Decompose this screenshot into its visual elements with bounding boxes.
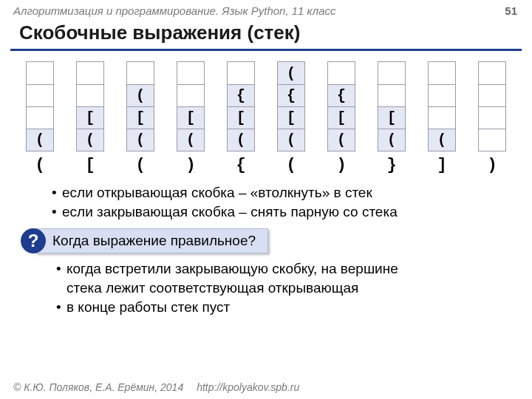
stack-column: [(} <box>373 61 410 174</box>
stack-cell: ( <box>378 129 405 151</box>
stack-cell <box>429 62 455 84</box>
stack-cell <box>177 62 204 84</box>
stack-cells: [( <box>76 61 104 151</box>
stack-cell <box>177 84 204 106</box>
stack-cell <box>479 84 505 106</box>
stack-column: ) <box>474 61 511 174</box>
stack-cell <box>479 62 505 84</box>
stack-cell: ( <box>328 129 355 151</box>
question-row: ? Когда выражение правильное? <box>21 228 532 253</box>
question-box: Когда выражение правильное? <box>35 228 268 253</box>
stack-cell <box>27 106 53 129</box>
stack-cell <box>429 106 455 129</box>
stack-column: ({[(( <box>273 61 310 174</box>
stack-cell: ( <box>127 129 154 151</box>
input-char: { <box>236 156 245 174</box>
stack-cell: ( <box>27 129 53 151</box>
stack-cell: ( <box>177 129 204 151</box>
stack-cell: { <box>328 84 355 106</box>
stack-cell: [ <box>77 106 103 129</box>
stack-cell <box>479 129 505 151</box>
title-rule <box>10 49 522 51</box>
stack-cell: ( <box>77 129 103 151</box>
stack-cell <box>328 62 355 84</box>
stack-cell: ( <box>127 84 154 106</box>
stack-cells: ([( <box>126 61 154 151</box>
stack-cell: ( <box>228 129 254 151</box>
stack-cell: [ <box>177 106 204 129</box>
answer-2: в конце работы стек пуст <box>66 298 230 317</box>
stack-cell <box>127 62 154 84</box>
course-title: Алгоритмизация и программирование. Язык … <box>13 4 336 17</box>
stack-cells <box>478 61 506 151</box>
stack-cell <box>77 62 103 84</box>
stack-column: {[({ <box>222 61 259 174</box>
input-char: ) <box>487 156 497 174</box>
input-char: ) <box>185 156 195 174</box>
stack-cell: [ <box>328 106 355 129</box>
stack-cell <box>27 62 53 84</box>
stack-cells: ({[( <box>277 61 305 151</box>
answers-list: • когда встретили закрывающую скобку, на… <box>56 259 510 316</box>
stack-cell: ( <box>278 62 304 84</box>
stacks-row: (([([([(([(){[({({[(({[()[(}(]) <box>0 61 532 174</box>
stack-cell <box>378 84 405 106</box>
stack-cell: { <box>278 84 304 106</box>
stack-column: [([ <box>72 61 109 174</box>
stack-cells: [( <box>378 61 406 151</box>
stack-cell: ( <box>278 129 304 151</box>
stack-cell: [ <box>228 106 254 129</box>
input-char: [ <box>85 156 95 174</box>
stack-cells: {[( <box>327 61 355 151</box>
stack-cell <box>77 84 103 106</box>
stack-cell <box>429 84 455 106</box>
slide-title: Скобочные выражения (стек) <box>0 18 532 49</box>
input-char: } <box>386 156 396 174</box>
stack-cell: [ <box>127 106 154 129</box>
footer-url: http://kpolyakov.spb.ru <box>197 381 299 393</box>
input-char: ) <box>336 156 346 174</box>
rule-1: если открывающая скобка – «втолкнуть» в … <box>62 183 372 202</box>
stack-cell: [ <box>278 106 304 129</box>
stack-cell <box>378 62 405 84</box>
stack-cells: ( <box>26 61 54 151</box>
stack-column: (] <box>423 61 460 174</box>
input-char: ( <box>35 156 44 174</box>
stack-cells: {[( <box>227 61 255 151</box>
course-header: Алгоритмизация и программирование. Язык … <box>0 0 532 18</box>
stack-column: (( <box>21 61 58 174</box>
rules-list: •если открывающая скобка – «втолкнуть» в… <box>52 183 510 221</box>
stack-cell: { <box>228 84 254 106</box>
answer-1: когда встретили закрывающую скобку, на в… <box>66 259 398 297</box>
stack-cell: [ <box>378 106 405 129</box>
stack-cell <box>27 84 53 106</box>
stack-cells: [( <box>177 61 205 151</box>
stack-column: [() <box>172 61 209 174</box>
stack-column: ([(( <box>122 61 159 174</box>
input-char: ( <box>135 156 145 174</box>
input-char: ] <box>437 156 446 174</box>
footer: © К.Ю. Поляков, Е.А. Ерёмин, 2014 http:/… <box>13 381 519 393</box>
copyright: © К.Ю. Поляков, Е.А. Ерёмин, 2014 <box>13 381 183 393</box>
input-char: ( <box>286 156 296 174</box>
stack-cell <box>479 106 505 129</box>
stack-cell <box>228 62 254 84</box>
stack-cells: ( <box>428 61 456 151</box>
page-number: 51 <box>505 4 517 17</box>
stack-cell: ( <box>429 129 455 151</box>
rule-2: если закрывающая скобка – снять парную с… <box>62 202 398 222</box>
stack-column: {[() <box>323 61 360 174</box>
